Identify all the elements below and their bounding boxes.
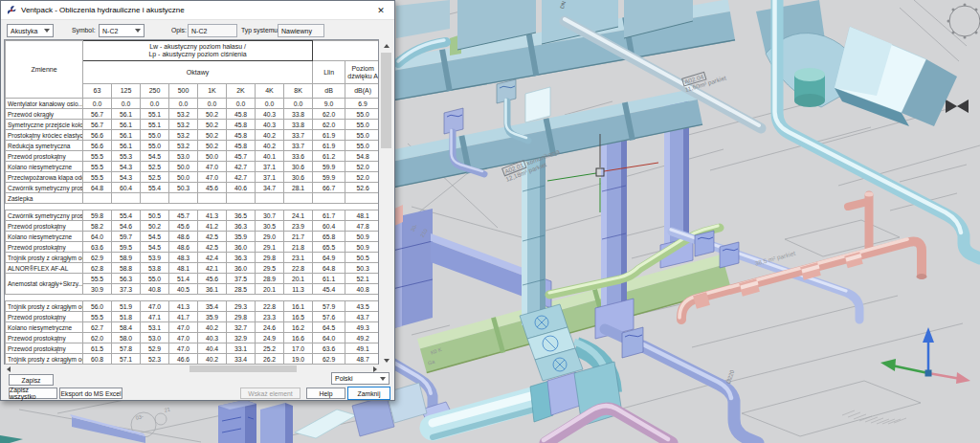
- cell-value: 54.5: [141, 232, 169, 242]
- row-label[interactable]: Redukcja symetryczna: [6, 141, 83, 151]
- cell-value: 37.1: [256, 172, 284, 183]
- cell-value: 33.6: [284, 151, 313, 162]
- cell-value: 0.0: [256, 99, 284, 109]
- cell-value: 48.3: [169, 253, 198, 263]
- table-gap-row: [6, 204, 380, 210]
- cell-value: 37.3: [112, 284, 141, 295]
- gap-cell: [6, 295, 380, 301]
- table-row: Redukcja symetryczna56.656.155.053.250.2…: [6, 141, 380, 151]
- cell-value: 53.2: [169, 120, 198, 130]
- mode-select[interactable]: Akustyka: [7, 24, 54, 37]
- cell-value: 24.6: [256, 322, 284, 333]
- cell-value: 33.8: [284, 109, 313, 120]
- cell-value: 30.5: [256, 221, 284, 232]
- row-label[interactable]: Zaślepka: [6, 193, 83, 204]
- row-label[interactable]: Przewód prostokątny: [6, 333, 83, 343]
- cell-value: 50.0: [198, 151, 227, 162]
- table-gap-row: [6, 295, 380, 301]
- cell-value: 65.5: [313, 242, 345, 253]
- row-label[interactable]: Trójnik prosty z okrągłym od: [6, 301, 83, 312]
- cell-value: 29.8: [227, 312, 256, 322]
- cell-value: 48.1: [169, 263, 198, 274]
- symbol-select[interactable]: N-C2: [99, 24, 145, 37]
- close-dialog-button[interactable]: Zamknij: [347, 387, 390, 400]
- table-row: Trójnik prosty z okrągłym od60.857.152.3…: [6, 354, 380, 365]
- cell-value: 60.4: [313, 221, 345, 232]
- scroll-left-button[interactable]: [4, 365, 12, 373]
- row-label[interactable]: Trójnik prosty z okrągłym od: [6, 354, 83, 365]
- cell-value: 0.0: [198, 99, 227, 109]
- row-label[interactable]: Trójnik prosty z okrągłym od: [6, 253, 83, 263]
- cell-value: 33.1: [227, 343, 256, 354]
- row-label[interactable]: Przeciwpożarowa klapa odci: [6, 172, 83, 183]
- row-label[interactable]: Wentylator kanałowy osio...: [6, 99, 83, 109]
- cell-value: 59.8: [83, 210, 112, 221]
- close-button[interactable]: ✕: [368, 1, 394, 20]
- row-label[interactable]: Czwórnik symetryczny prosto: [6, 183, 83, 193]
- cell-value: 55.0: [141, 141, 169, 151]
- row-label[interactable]: Przewód prostokątny: [6, 312, 83, 322]
- cell-value: 56.7: [83, 120, 112, 130]
- cell-value: 40.3: [198, 333, 227, 343]
- chevron-down-icon: [135, 29, 141, 33]
- typ-systemu-field[interactable]: Nawiewny: [278, 24, 324, 37]
- row-label[interactable]: Kolano niesymetryczne: [6, 162, 83, 172]
- header-col: 125: [112, 84, 141, 99]
- row-label[interactable]: Prostokątny króciec elastycz: [6, 130, 83, 141]
- cell-value: 56.6: [83, 141, 112, 151]
- scroll-thumb[interactable]: [189, 365, 297, 372]
- opis-field[interactable]: N-C2: [188, 24, 237, 37]
- scroll-up-button[interactable]: [380, 39, 392, 52]
- header-poziom: Poziom dźwięku A: [345, 61, 379, 84]
- language-select[interactable]: Polski: [331, 372, 390, 385]
- language-select-value: Polski: [335, 375, 353, 382]
- row-label[interactable]: ALNOR®FLEX AF-AL: [6, 263, 83, 274]
- cell-value: 29.8: [256, 253, 284, 263]
- cell-value: 42.7: [227, 162, 256, 172]
- cell-value: 40.3: [256, 109, 284, 120]
- mode-select-value: Akustyka: [11, 28, 37, 34]
- row-label[interactable]: Przewód prostokątny: [6, 242, 83, 253]
- cell-value: 55.0: [345, 120, 379, 130]
- cell-value: 56.7: [83, 109, 112, 120]
- save-all-button[interactable]: Zapisz wszystko: [9, 388, 57, 399]
- cell-value: 52.0: [345, 172, 379, 183]
- title-bar[interactable]: Ventpack - Obliczenia hydrauliczne i aku…: [1, 1, 394, 20]
- save-button[interactable]: Zapisz: [9, 374, 54, 386]
- row-label[interactable]: Symetryczne przejście koło/: [6, 120, 83, 130]
- cell-value: 49.1: [345, 343, 379, 354]
- table-row: Kolano niesymetryczne55.554.352.550.047.…: [6, 162, 380, 172]
- table-vertical-scrollbar[interactable]: [379, 39, 393, 366]
- cell-value: 52.9: [141, 343, 169, 354]
- row-label[interactable]: Przewód prostokątny: [6, 221, 83, 232]
- cell-value: 37.1: [256, 162, 284, 172]
- cell-value: 55.1: [141, 120, 169, 130]
- row-label[interactable]: Przewód prostokątny: [6, 343, 83, 354]
- row-label[interactable]: Przewód okrągły: [6, 109, 83, 120]
- row-label[interactable]: Kolano niesymetryczne: [6, 232, 83, 242]
- export-excel-button[interactable]: Eksport do MS Excel: [59, 388, 122, 399]
- row-label[interactable]: Anemostat okrągły+Skrzy...: [6, 274, 83, 295]
- cell-value: 42.7: [227, 172, 256, 183]
- cell-value: 17.0: [284, 343, 313, 354]
- row-label[interactable]: Kolano niesymetryczne: [6, 322, 83, 333]
- cell-value: 52.0: [345, 162, 379, 172]
- cell-value: 40.5: [169, 284, 198, 295]
- cell-value: 59.9: [313, 162, 345, 172]
- cell-value: 32.9: [227, 333, 256, 343]
- row-label[interactable]: Czwórnik symetryczny prosto: [6, 210, 83, 221]
- cell-value: 36.0: [227, 263, 256, 274]
- cell-value: 54.5: [141, 151, 169, 162]
- cell-value: 42.5: [198, 242, 227, 253]
- scroll-down-button[interactable]: [380, 354, 392, 366]
- cell-value: 54.5: [141, 242, 169, 253]
- close-icon: ✕: [377, 6, 385, 15]
- teal-cylinder[interactable]: [794, 68, 825, 107]
- cell-value: 52.3: [141, 354, 169, 365]
- scroll-thumb[interactable]: [381, 53, 391, 148]
- row-label[interactable]: Przewód prostokątny: [6, 151, 83, 162]
- table-horizontal-scrollbar[interactable]: [4, 365, 379, 373]
- help-button[interactable]: Help: [306, 388, 345, 399]
- cell-value: 56.0: [83, 301, 112, 312]
- acoustic-table: Zmienne Lw - akustyczny poziom hałasu / …: [4, 39, 379, 366]
